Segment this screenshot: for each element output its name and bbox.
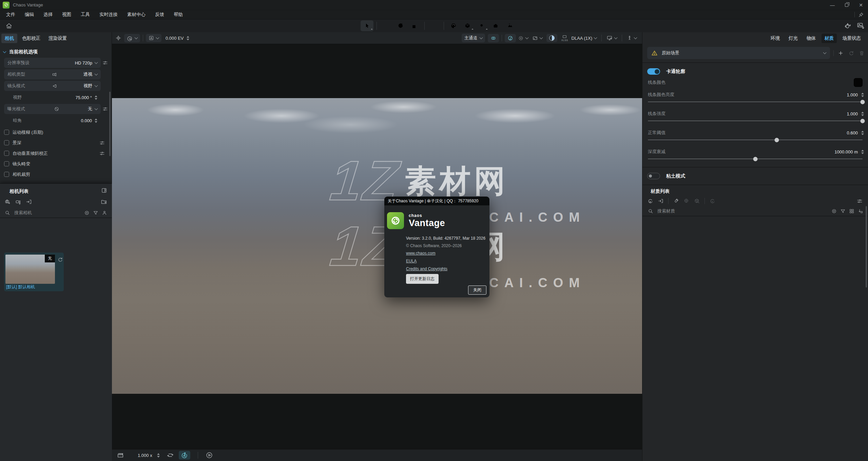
tab-color-correction[interactable]: 色彩校正 (19, 34, 44, 43)
checkbox[interactable] (4, 130, 9, 135)
link-chaos-website[interactable]: www.chaos.com (406, 251, 436, 256)
clear-search-icon[interactable] (831, 208, 837, 214)
menu-tools[interactable]: 工具 (76, 10, 95, 19)
export-image-icon[interactable] (856, 22, 865, 30)
open-changelog-button[interactable]: 打开更新日志 (406, 274, 439, 284)
add-camera-button[interactable] (490, 20, 503, 31)
exposure-settings-icon[interactable] (101, 106, 110, 112)
add-camera-icon[interactable] (5, 199, 11, 205)
sort-icon[interactable] (858, 208, 863, 214)
exposure-mode-dropdown[interactable]: 曝光模式 无 (4, 104, 101, 114)
lens-mode-dropdown[interactable]: 镜头模式 视野 (4, 81, 101, 91)
camera-list-item-default[interactable]: 无 [默认] 默认相机 (4, 253, 64, 291)
select-tool-button[interactable] (361, 20, 373, 31)
stepper[interactable] (861, 112, 864, 116)
tab-camera[interactable]: 相机 (1, 34, 17, 43)
menu-select[interactable]: 选择 (39, 10, 57, 19)
pick-material-icon[interactable] (673, 198, 679, 204)
speed-stepper[interactable] (157, 453, 160, 458)
add-light-button[interactable] (476, 20, 488, 31)
playback-speed-value[interactable]: 1.000 x (138, 453, 152, 458)
clay-mode-toggle[interactable] (647, 173, 660, 179)
tilt-settings-icon[interactable] (99, 151, 105, 156)
menu-view[interactable]: 视图 (57, 10, 76, 19)
create-material-icon[interactable] (647, 198, 653, 204)
line-strength-slider[interactable] (648, 118, 863, 124)
render-canvas[interactable] (112, 98, 642, 394)
refresh-thumbnail-icon[interactable] (57, 257, 63, 262)
play-button[interactable] (206, 451, 213, 459)
scene-selector-dropdown[interactable]: 原始场景 (647, 47, 830, 59)
lens-effects-button[interactable] (546, 34, 557, 42)
resolution-settings-icon[interactable] (101, 60, 110, 66)
walkthrough-toggle[interactable] (179, 451, 190, 460)
camera-type-dropdown[interactable]: 相机类型 透视 (4, 69, 101, 79)
select-by-material-icon[interactable] (683, 198, 690, 204)
ev-stepper[interactable] (187, 36, 189, 40)
tab-environment[interactable]: 环境 (768, 34, 783, 43)
close-button[interactable]: ✕ (854, 0, 868, 10)
viewport[interactable]: 0.000 EV 主通道 (112, 32, 642, 461)
refresh-scene-icon[interactable] (848, 50, 854, 56)
tab-materials[interactable]: 材质 (822, 34, 837, 43)
vignette-value-field[interactable]: 暗角 0.000 (4, 115, 101, 126)
current-camera-options-header[interactable]: 当前相机选项 (0, 44, 112, 58)
grid-view-icon[interactable] (849, 208, 854, 214)
home-button[interactable] (3, 20, 15, 31)
add-object-button[interactable] (461, 20, 474, 31)
auto-vertical-tilt-checkbox-row[interactable]: 自动垂直倾斜校正 (0, 148, 112, 159)
composite-channels-button[interactable] (488, 34, 499, 42)
stepper[interactable] (861, 150, 864, 154)
delete-scene-icon[interactable] (859, 50, 865, 56)
normal-threshold-slider[interactable] (648, 137, 863, 143)
line-brightness-slider[interactable] (648, 99, 863, 105)
dof-settings-icon[interactable] (99, 140, 105, 146)
tab-objects[interactable]: 物体 (804, 34, 819, 43)
import-material-icon[interactable] (658, 198, 664, 204)
rotate-tool-button[interactable] (394, 20, 407, 31)
maximize-button[interactable] (840, 0, 854, 10)
add-environment-button[interactable] (504, 20, 517, 31)
lens-distortion-checkbox-row[interactable]: 镜头畸变 (0, 159, 112, 169)
scale-tool-button[interactable] (408, 20, 421, 31)
fov-value-field[interactable]: 视野 75.000 ° (4, 92, 101, 103)
checkbox[interactable] (4, 172, 9, 177)
render-channel-dropdown[interactable]: 主通道 (462, 34, 485, 42)
stepper[interactable] (861, 93, 864, 97)
ev-value[interactable]: 0.000 EV (166, 36, 184, 41)
minimize-button[interactable]: — (825, 0, 840, 10)
motion-blur-checkbox-row[interactable]: 运动模糊 (后期) (0, 127, 112, 137)
render-teapot-icon[interactable] (844, 22, 852, 30)
denoiser-dropdown[interactable] (516, 34, 530, 42)
checkbox[interactable] (4, 161, 9, 166)
tab-render-settings[interactable]: 渲染设置 (45, 34, 70, 43)
transform-axes-button[interactable] (428, 20, 441, 31)
material-settings-icon[interactable] (857, 198, 863, 204)
menu-asset-center[interactable]: 素材中心 (122, 10, 150, 19)
add-scene-state-icon[interactable] (838, 50, 844, 56)
stepper[interactable] (95, 118, 97, 123)
material-search-input[interactable] (657, 208, 828, 214)
resolution-preset-dropdown[interactable]: 分辨率预设 HD 720p (4, 58, 101, 68)
right-scrollbar[interactable] (866, 206, 867, 288)
move-tool-button[interactable] (380, 20, 393, 31)
checkbox[interactable] (4, 151, 9, 156)
pin-icon[interactable] (858, 12, 864, 18)
apply-to-object-icon[interactable] (694, 198, 700, 204)
left-scrollbar[interactable] (109, 92, 111, 156)
menu-help[interactable]: 帮助 (169, 10, 188, 19)
menu-edit[interactable]: 编辑 (20, 10, 39, 19)
filter-icon[interactable] (840, 208, 846, 214)
add-folder-icon[interactable] (101, 199, 107, 205)
filter-icon[interactable] (93, 210, 98, 216)
line-color-swatch[interactable] (854, 78, 863, 87)
tab-scene-states[interactable]: 场景状态 (840, 34, 864, 43)
checkbox[interactable] (4, 140, 9, 145)
stepper[interactable] (95, 95, 97, 100)
revert-material-icon[interactable] (709, 198, 715, 204)
material-palette-button[interactable] (447, 20, 460, 31)
depth-falloff-slider[interactable] (648, 156, 863, 162)
import-camera-icon[interactable] (26, 199, 32, 205)
add-video-camera-icon[interactable] (15, 199, 22, 205)
about-dialog-title[interactable]: 关于Chaos Vantage | 幸子汉化 | QQ： 757785920 (384, 197, 489, 205)
